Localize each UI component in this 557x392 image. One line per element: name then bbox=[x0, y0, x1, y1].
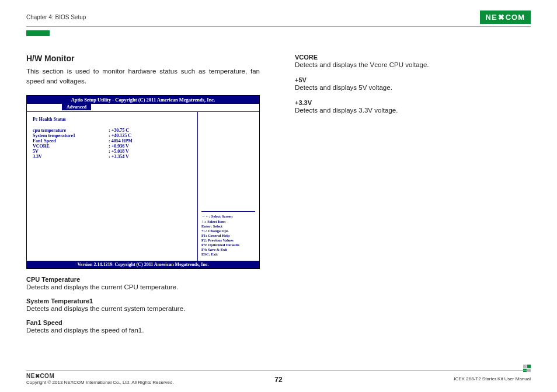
bios-title: Aptio Setup Utility - Copyright (C) 2011… bbox=[27, 96, 259, 104]
page-number: 72 bbox=[274, 376, 282, 384]
section-intro: This section is used to monitor hardware… bbox=[26, 66, 260, 87]
field-block: CPU TemperatureDetects and displays the … bbox=[26, 276, 260, 290]
bios-tab-advanced: Advanced bbox=[62, 104, 91, 110]
bios-screenshot: Aptio Setup Utility - Copyright (C) 2011… bbox=[26, 95, 260, 269]
field-title: Fan1 Speed bbox=[26, 319, 260, 326]
bios-row-value: : 4054 RPM bbox=[109, 138, 133, 144]
section-title: H/W Monitor bbox=[26, 54, 260, 63]
bios-row: 3.3V: +3.354 V bbox=[33, 154, 192, 159]
bios-footer: Version 2.14.1219. Copyright (C) 2011 Am… bbox=[27, 261, 259, 268]
bios-help-line: +/-: Change Opt. bbox=[201, 229, 255, 233]
field-title: +3.3V bbox=[295, 99, 505, 106]
bios-row-value: : +30.75 C bbox=[109, 128, 129, 133]
bios-row-label: 5V bbox=[33, 149, 109, 154]
field-title: CPU Temperature bbox=[26, 276, 260, 283]
field-title: System Temperature1 bbox=[26, 298, 260, 304]
logo-top: NE✖COM bbox=[480, 10, 531, 24]
field-block: +3.3VDetects and displays 3.3V voltage. bbox=[295, 99, 505, 114]
field-desc: Detects and displays 3.3V voltage. bbox=[295, 107, 505, 114]
bios-help-line: ↑↓: Select Item bbox=[201, 219, 255, 224]
bios-row-label: Fan1 Speed bbox=[33, 138, 109, 144]
bios-help-line: F1: General Help bbox=[201, 233, 255, 238]
field-block: Fan1 SpeedDetects and displays the speed… bbox=[26, 319, 260, 334]
field-desc: Detects and displays the current system … bbox=[26, 305, 260, 312]
bios-help-line: F2: Previous Values bbox=[201, 238, 255, 243]
accent-tab bbox=[26, 30, 50, 36]
header-bar: Chapter 4: BIOS Setup NE✖COM bbox=[26, 10, 531, 27]
footer-logo: NE✖COM bbox=[26, 373, 174, 379]
footer-manual: ICEK 268-T2 Starter Kit User Manual bbox=[454, 376, 531, 382]
bios-help-line: ESC: Exit bbox=[201, 252, 255, 257]
bios-row-value: : +3.354 V bbox=[109, 154, 129, 159]
bios-left-panel: Pc Health Status cpu temperature: +30.75… bbox=[27, 112, 198, 261]
bios-row: System temperature1: +40.125 C bbox=[33, 133, 192, 138]
bios-help-line: →←: Select Screen bbox=[201, 214, 255, 219]
field-title: +5V bbox=[295, 76, 505, 83]
bios-row: VCORE: +0.936 V bbox=[33, 144, 192, 149]
field-desc: Detects and displays the speed of fan1. bbox=[26, 327, 260, 334]
bios-row-label: System temperature1 bbox=[33, 133, 109, 138]
bios-row: 5V: +5.018 V bbox=[33, 149, 192, 154]
bios-right-panel: →←: Select Screen↑↓: Select ItemEnter: S… bbox=[198, 112, 259, 261]
bios-row-label: VCORE bbox=[33, 144, 109, 149]
bios-help-line: F3: Optimized Defaults bbox=[201, 243, 255, 247]
field-block: System Temperature1Detects and displays … bbox=[26, 298, 260, 312]
bios-help-line: F4: Save & Exit bbox=[201, 247, 255, 252]
bios-row-value: : +0.936 V bbox=[109, 144, 129, 149]
field-desc: Detects and displays 5V voltage. bbox=[295, 84, 505, 91]
logo-x-icon: ✖ bbox=[497, 13, 506, 22]
bios-help-box: →←: Select Screen↑↓: Select ItemEnter: S… bbox=[201, 211, 255, 257]
bios-row: cpu temperature: +30.75 C bbox=[33, 128, 192, 133]
field-block: VCOREDetects and displays the Vcore CPU … bbox=[295, 54, 505, 68]
bios-row-label: cpu temperature bbox=[33, 128, 109, 133]
field-desc: Detects and displays the Vcore CPU volta… bbox=[295, 61, 505, 68]
bios-status-header: Pc Health Status bbox=[33, 117, 192, 122]
chapter-label: Chapter 4: BIOS Setup bbox=[26, 14, 86, 20]
bios-row-value: : +5.018 V bbox=[109, 149, 129, 154]
field-title: VCORE bbox=[295, 54, 505, 61]
footer-copyright: Copyright © 2013 NEXCOM International Co… bbox=[26, 380, 174, 385]
bios-row-label: 3.3V bbox=[33, 154, 109, 159]
field-desc: Detects and displays the current CPU tem… bbox=[26, 284, 260, 290]
bios-tab-row: Advanced bbox=[27, 104, 259, 112]
bios-help-line: Enter: Select bbox=[201, 224, 255, 229]
bios-row-value: : +40.125 C bbox=[109, 133, 131, 138]
bios-row: Fan1 Speed: 4054 RPM bbox=[33, 138, 192, 144]
field-block: +5VDetects and displays 5V voltage. bbox=[295, 76, 505, 91]
